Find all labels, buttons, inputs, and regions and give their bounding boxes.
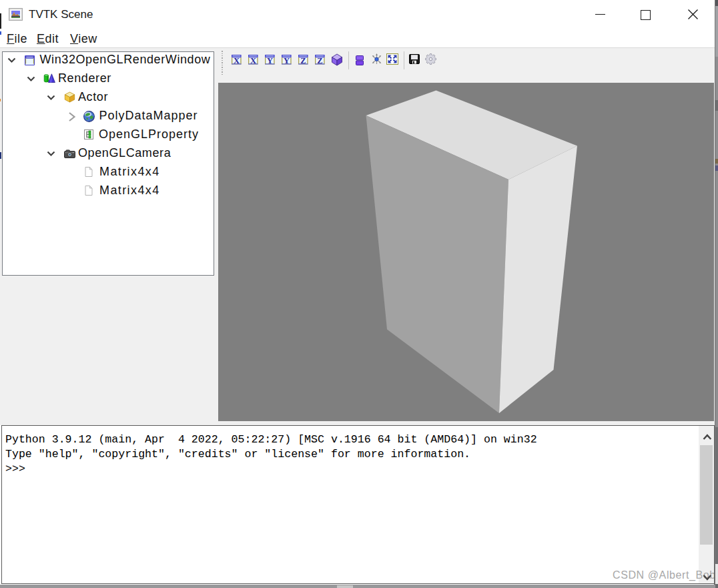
svg-text:Y: Y — [284, 56, 290, 65]
svg-text:Z: Z — [317, 56, 322, 65]
svg-text:Z: Z — [300, 56, 306, 65]
svg-text:X: X — [250, 56, 256, 65]
svg-text:X: X — [234, 56, 240, 65]
svg-text:Y: Y — [267, 56, 273, 65]
